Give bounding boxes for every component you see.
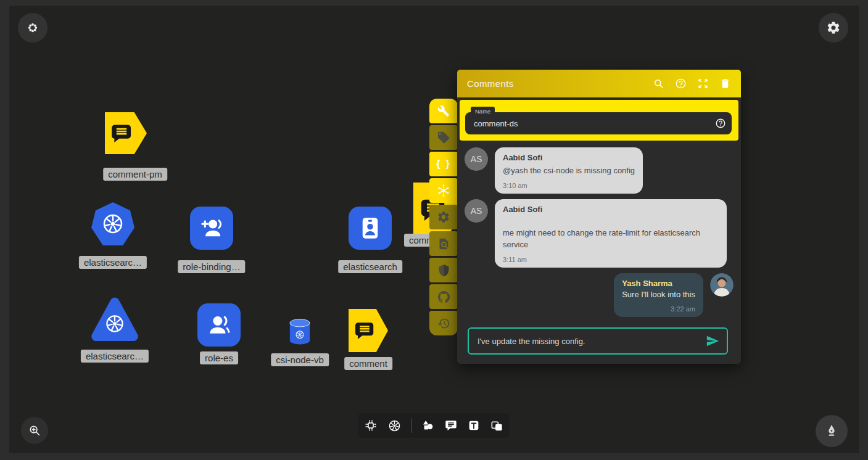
text-tool-icon[interactable] [467,419,481,432]
chat-input-row [468,327,728,355]
messages-list[interactable]: AS Aabid Sofi @yash the csi-node is miss… [457,143,741,326]
avatar: AS [465,147,488,171]
pen-tool-icon [824,424,839,438]
node-label: role-es [200,351,238,364]
node-elasticsearch[interactable] [349,207,392,250]
message-author: Yash Sharma [622,279,695,288]
trash-icon[interactable] [719,78,731,89]
node-label: role-binding… [178,260,245,273]
node-role-binding[interactable] [190,207,233,250]
settings-button[interactable] [819,13,848,43]
history-icon [437,317,450,330]
node-role-es[interactable] [197,303,241,347]
chat-input[interactable] [476,336,706,347]
node-label: elasticsearc… [81,350,149,363]
comment-bubble-icon [110,121,133,145]
node-label: csi-node-vb [271,353,329,366]
send-button[interactable] [706,334,719,348]
dock-item-tags[interactable] [429,125,458,150]
name-input[interactable] [465,112,732,134]
kubernetes-wheel-icon [101,212,125,236]
kubernetes-wheel-icon[interactable] [387,419,402,433]
dock-item-tools[interactable] [429,99,458,123]
pen-tool-button[interactable] [816,415,848,447]
github-icon [437,290,451,304]
message-row: Yash Sharma Sure I'll look into this 3:2… [465,273,734,318]
person-icon [206,312,232,338]
message-bubble: Aabid Sofi @yash the csi-node is missing… [495,147,643,194]
toolbar-divider [411,418,411,433]
comments-panel: Comments Name AS Aabid Sofi @yash the cs… [457,70,741,364]
node-csi-node-vb[interactable] [288,319,312,345]
node-comment[interactable] [349,309,388,352]
message-time: 3:10 am [503,182,635,189]
meshery-logo-icon [26,21,39,35]
node-label: elasticsearch [338,260,402,273]
message-text: Sure I'll look into this [622,289,695,301]
braces-icon: { } [436,158,451,170]
service-mesh-chip-icon[interactable] [363,418,378,433]
expand-icon[interactable] [697,78,709,89]
message-author: Aabid Sofi [503,153,635,162]
help-icon[interactable] [675,78,687,89]
shapes-icon[interactable] [421,419,435,433]
node-comment-pm[interactable] [105,112,147,154]
user-photo-icon [710,273,734,297]
comment-bubble-icon [353,319,376,342]
bottom-toolbar [358,413,510,438]
zoom-button[interactable] [21,417,48,444]
dock-item-hub[interactable] [429,178,458,203]
shield-icon [437,264,450,277]
comments-panel-header[interactable]: Comments [457,70,741,97]
person-add-icon [199,215,225,241]
dock-item-security[interactable] [429,258,458,282]
side-dock: { } [429,99,458,335]
zoom-in-icon [28,424,41,437]
message-time: 3:11 am [503,256,719,263]
node-label: elasticsearc… [79,256,147,269]
message-bubble: Aabid Sofi me might need to change the r… [495,199,727,268]
message-row: AS Aabid Sofi @yash the csi-node is miss… [465,147,734,194]
id-badge-icon [356,214,384,242]
dock-item-settings[interactable] [429,205,458,229]
dock-item-validate[interactable] [429,231,458,256]
doc-search-icon [437,237,450,250]
message-text: me might need to change the rate-limit f… [503,228,719,251]
dock-item-code[interactable]: { } [429,152,458,176]
message-bubble: Yash Sharma Sure I'll look into this 3:2… [614,273,703,318]
gear-icon [437,210,450,224]
dock-item-github[interactable] [429,284,458,309]
hub-icon [436,183,451,198]
search-icon[interactable] [653,78,664,89]
node-elasticsearch-pod[interactable] [91,202,134,245]
comment-tool-icon[interactable] [444,419,458,432]
tag-icon [437,131,450,144]
settings-gear-icon [826,20,841,35]
wrench-icon [437,105,450,117]
message-author: Aabid Sofi [503,205,719,214]
message-time: 3:22 am [622,305,695,313]
cylinder-shape [288,319,312,345]
node-label: comment-pm [103,168,167,181]
panel-title: Comments [467,78,653,89]
send-icon [706,334,719,348]
message-row: AS Aabid Sofi me might need to change th… [465,199,734,268]
help-icon[interactable] [715,118,726,129]
kubernetes-wheel-icon [104,313,126,335]
dock-item-history[interactable] [429,311,458,335]
name-field-label: Name [471,107,495,116]
name-field-wrap: Name [460,100,738,141]
app-menu-button[interactable] [18,13,48,43]
avatar-photo [710,273,734,297]
node-elasticsearch-triangle[interactable] [89,295,141,343]
message-text: @yash the csi-node is missing config [503,165,635,177]
avatar: AS [465,199,488,223]
node-label: comment [344,357,392,370]
board-icon[interactable] [490,419,504,433]
